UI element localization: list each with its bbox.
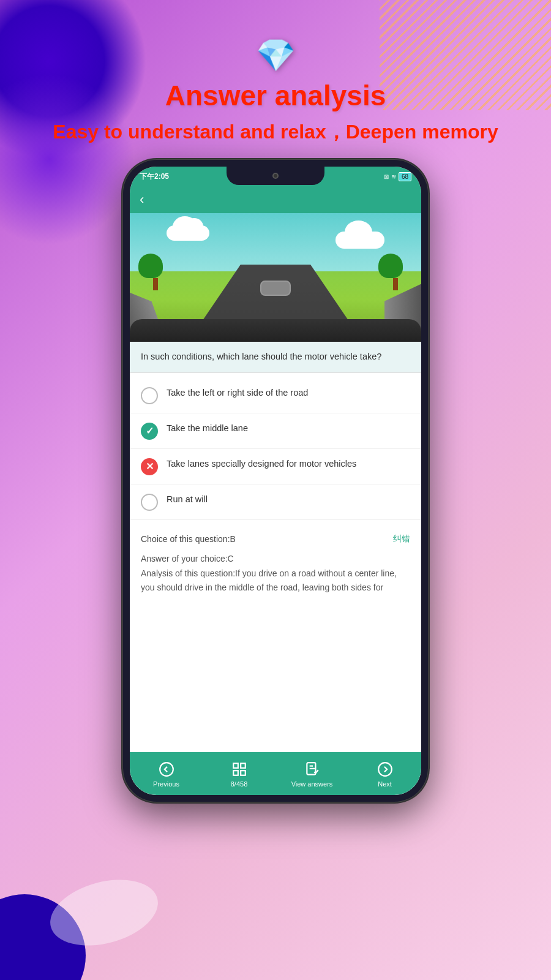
grid-icon: [230, 760, 249, 778]
phone-notch: [227, 167, 324, 185]
correct-answer-label: Choice of this question:B: [141, 534, 236, 544]
phone-frame: 下午2:05 ⊠ ≋ 68 ‹: [122, 159, 429, 802]
next-icon: [376, 760, 394, 778]
camera-dot: [272, 173, 279, 179]
analysis-text: Analysis of this question:If you drive o…: [141, 567, 410, 596]
answer-analysis: Answer of your choice:C Analysis of this…: [141, 552, 410, 595]
car-interior: [130, 277, 421, 342]
rearview-mirror: [260, 281, 291, 296]
option-a-circle: [141, 387, 158, 404]
question-text: In such conditions, which lane should th…: [141, 352, 381, 361]
option-b-text: Take the middle lane: [167, 422, 410, 435]
user-answer-label: Answer of your choice:C: [141, 552, 410, 567]
dash-panel: [130, 319, 421, 342]
option-a[interactable]: Take the left or right side of the road: [130, 378, 421, 413]
nav-view-answers[interactable]: View answers: [288, 760, 337, 788]
choice-row: Choice of this question:B 纠错: [141, 533, 410, 545]
phone-container: 下午2:05 ⊠ ≋ 68 ‹: [122, 159, 429, 802]
status-time: 下午2:05: [140, 172, 169, 182]
car-scene-image: [130, 213, 421, 342]
counter-label: 8/458: [231, 780, 248, 788]
svg-rect-2: [241, 763, 246, 768]
option-c-circle: ✕: [141, 458, 158, 475]
status-signal-icon: ⊠: [384, 173, 389, 180]
previous-label: Previous: [153, 780, 179, 788]
header-section: 💎 Answer analysis Easy to understand and…: [0, 37, 551, 145]
option-d-text: Run at will: [167, 493, 410, 507]
option-b-circle: ✓: [141, 423, 158, 440]
app-header: ‹: [130, 186, 421, 213]
cloud-1: [167, 225, 209, 241]
page-title: Answer analysis: [0, 79, 551, 112]
options-area: Take the left or right side of the road …: [130, 373, 421, 525]
nav-previous[interactable]: Previous: [142, 760, 191, 788]
xmark-icon: ✕: [146, 461, 154, 472]
back-arrow-icon[interactable]: ‹: [140, 192, 144, 208]
option-a-text: Take the left or right side of the road: [167, 386, 410, 400]
option-b[interactable]: ✓ Take the middle lane: [130, 413, 421, 449]
page-subtitle: Easy to understand and relax，Deepen memo…: [0, 119, 551, 145]
analysis-section: Choice of this question:B 纠错 Answer of y…: [130, 525, 421, 604]
view-answers-label: View answers: [291, 780, 333, 788]
content-area: In such conditions, which lane should th…: [130, 342, 421, 752]
grid-squares-icon: [231, 761, 247, 777]
question-header: In such conditions, which lane should th…: [130, 342, 421, 373]
svg-rect-4: [241, 771, 246, 775]
svg-point-8: [378, 763, 392, 776]
option-c-text: Take lanes specially designed for motor …: [167, 458, 410, 471]
svg-point-0: [160, 763, 173, 776]
tree-top-right: [378, 254, 403, 278]
next-label: Next: [378, 780, 392, 788]
status-wifi-icon: ≋: [391, 173, 396, 180]
previous-icon: [157, 760, 176, 778]
bottom-nav: Previous 8/458: [130, 752, 421, 795]
svg-rect-1: [233, 763, 238, 768]
option-c[interactable]: ✕ Take lanes specially designed for moto…: [130, 449, 421, 484]
answers-icon: [303, 760, 321, 778]
svg-rect-3: [233, 771, 238, 775]
option-d-circle: [141, 494, 158, 511]
car-scene: [130, 213, 421, 342]
answers-doc-icon: [304, 761, 320, 777]
next-circle-icon: [377, 761, 393, 777]
status-battery: 68: [399, 172, 411, 181]
checkmark-icon: ✓: [146, 425, 154, 437]
diamond-icon: 💎: [0, 37, 551, 74]
tree-top-left: [138, 254, 163, 278]
dashboard: [130, 277, 421, 342]
previous-circle-icon: [159, 761, 174, 777]
status-icons: ⊠ ≋ 68: [384, 172, 411, 181]
option-d[interactable]: Run at will: [130, 484, 421, 520]
correction-button[interactable]: 纠错: [393, 533, 410, 545]
nav-counter[interactable]: 8/458: [215, 760, 264, 788]
phone-screen: 下午2:05 ⊠ ≋ 68 ‹: [130, 167, 421, 795]
nav-next[interactable]: Next: [361, 760, 410, 788]
cloud-2: [335, 232, 384, 249]
